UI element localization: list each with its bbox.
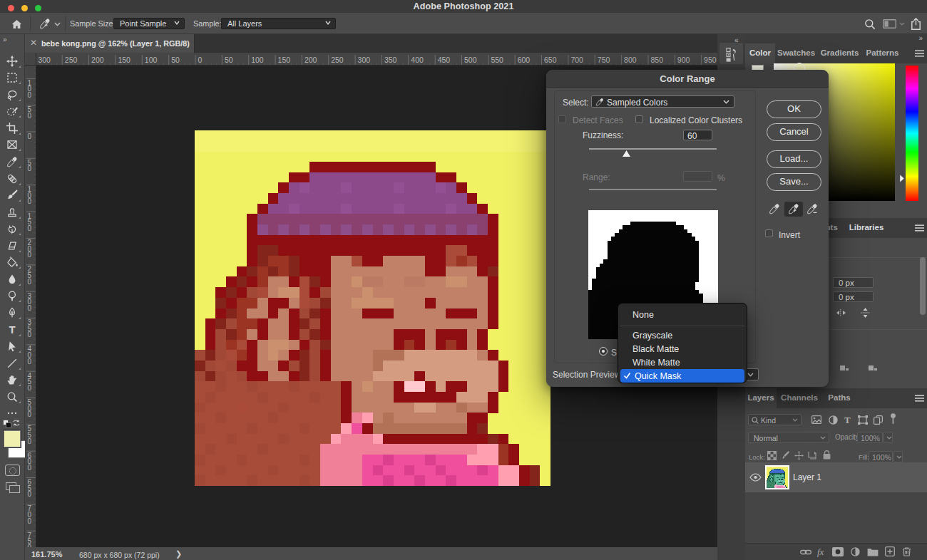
svg-text:150: 150 <box>118 56 130 64</box>
svg-text:0: 0 <box>28 490 32 498</box>
svg-text:0: 0 <box>28 133 32 140</box>
svg-text:150: 150 <box>278 56 291 64</box>
svg-text:900: 900 <box>677 56 690 64</box>
svg-text:500: 500 <box>464 56 477 64</box>
svg-text:750: 750 <box>598 56 610 64</box>
svg-text:0: 0 <box>28 304 32 312</box>
svg-text:350: 350 <box>384 56 397 64</box>
svg-text:850: 850 <box>651 56 664 64</box>
svg-text:0: 0 <box>28 331 32 338</box>
svg-text:700: 700 <box>570 56 583 64</box>
svg-text:450: 450 <box>438 56 451 64</box>
svg-text:300: 300 <box>38 56 51 64</box>
svg-text:200: 200 <box>91 56 104 64</box>
svg-text:0: 0 <box>28 224 32 232</box>
svg-text:100: 100 <box>251 56 264 64</box>
svg-text:400: 400 <box>411 56 424 64</box>
svg-text:0: 0 <box>28 165 32 172</box>
svg-text:600: 600 <box>518 56 531 64</box>
svg-text:0: 0 <box>28 517 32 525</box>
svg-text:250: 250 <box>65 56 78 64</box>
svg-text:0: 0 <box>28 384 32 392</box>
svg-text:550: 550 <box>491 56 503 64</box>
svg-text:650: 650 <box>544 56 557 64</box>
svg-text:0: 0 <box>28 437 32 445</box>
svg-text:0: 0 <box>28 251 32 259</box>
svg-text:200: 200 <box>304 56 317 64</box>
svg-text:0: 0 <box>28 91 32 99</box>
svg-text:0: 0 <box>28 358 32 365</box>
svg-text:T: T <box>9 324 15 336</box>
svg-text:0: 0 <box>28 278 32 286</box>
svg-text:250: 250 <box>331 56 344 64</box>
svg-text:0: 0 <box>28 464 32 472</box>
svg-text:300: 300 <box>358 56 371 64</box>
svg-text:0: 0 <box>28 112 32 120</box>
svg-text:0: 0 <box>28 197 32 205</box>
svg-text:50: 50 <box>171 56 180 64</box>
svg-text:0: 0 <box>198 56 203 64</box>
svg-text:50: 50 <box>225 56 233 64</box>
svg-text:950: 950 <box>704 56 717 64</box>
svg-text:800: 800 <box>624 56 637 64</box>
svg-text:100: 100 <box>145 56 158 64</box>
svg-text:0: 0 <box>28 410 32 418</box>
